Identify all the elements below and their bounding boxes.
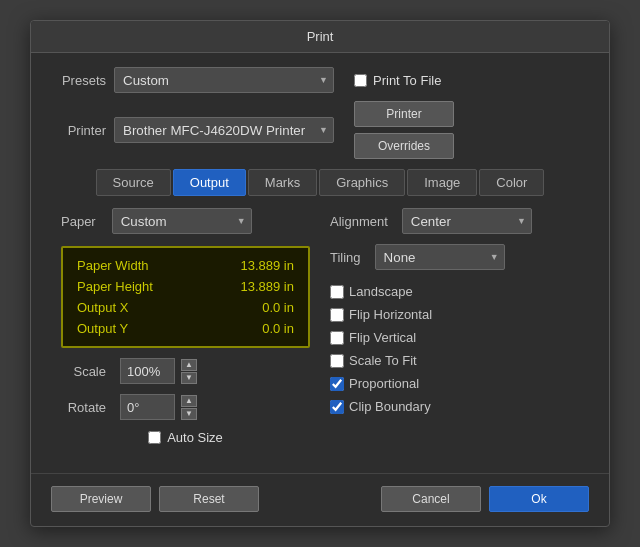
paper-height-label: Paper Height [77, 279, 153, 294]
scale-row: Scale ▲ ▼ [61, 358, 310, 384]
tab-color[interactable]: Color [479, 169, 544, 196]
tab-output[interactable]: Output [173, 169, 246, 196]
clip-boundary-checkbox[interactable] [330, 400, 344, 414]
paper-width-label: Paper Width [77, 258, 149, 273]
alignment-select[interactable]: Center [402, 208, 532, 234]
rotate-spinners: ▲ ▼ [181, 395, 197, 420]
print-to-file-checkbox[interactable] [354, 74, 367, 87]
proportional-label: Proportional [349, 376, 419, 391]
scale-to-fit-label: Scale To Fit [349, 353, 417, 368]
printer-select[interactable]: Brother MFC-J4620DW Printer [114, 117, 334, 143]
flip-horizontal-checkbox[interactable] [330, 308, 344, 322]
paper-height-row: Paper Height 13.889 in [77, 279, 294, 294]
footer-right-buttons: Cancel Ok [381, 486, 589, 512]
presets-label: Presets [51, 73, 106, 88]
printer-button[interactable]: Printer [354, 101, 454, 127]
printer-select-wrapper: Brother MFC-J4620DW Printer [114, 117, 334, 143]
clip-boundary-label: Clip Boundary [349, 399, 431, 414]
auto-size-checkbox[interactable] [148, 431, 161, 444]
tiling-label: Tiling [330, 250, 361, 265]
footer: Preview Reset Cancel Ok [31, 473, 609, 526]
scale-to-fit-checkbox[interactable] [330, 354, 344, 368]
rotate-row: Rotate ▲ ▼ [61, 394, 310, 420]
proportional-checkbox[interactable] [330, 377, 344, 391]
scale-down-arrow[interactable]: ▼ [181, 372, 197, 384]
scale-to-fit-checkbox-row[interactable]: Scale To Fit [330, 353, 579, 368]
printer-row: Printer Brother MFC-J4620DW Printer Prin… [51, 101, 589, 159]
alignment-label: Alignment [330, 214, 388, 229]
flip-horizontal-checkbox-row[interactable]: Flip Horizontal [330, 307, 579, 322]
presets-row: Presets Custom Print To File [51, 67, 589, 93]
main-area: Paper Custom Paper Width 13.889 in Paper [51, 208, 589, 445]
output-y-label: Output Y [77, 321, 128, 336]
landscape-label: Landscape [349, 284, 413, 299]
right-column: Alignment Center Tiling None [330, 208, 579, 445]
paper-select[interactable]: Custom [112, 208, 252, 234]
landscape-checkbox[interactable] [330, 285, 344, 299]
tiling-row: Tiling None [330, 244, 579, 270]
cancel-button[interactable]: Cancel [381, 486, 481, 512]
output-y-value: 0.0 in [262, 321, 294, 336]
tab-marks[interactable]: Marks [248, 169, 317, 196]
presets-select[interactable]: Custom [114, 67, 334, 93]
scale-input[interactable] [120, 358, 175, 384]
output-x-row: Output X 0.0 in [77, 300, 294, 315]
flip-horizontal-label: Flip Horizontal [349, 307, 432, 322]
scale-label: Scale [61, 364, 106, 379]
alignment-select-wrapper: Center [402, 208, 532, 234]
overrides-button[interactable]: Overrides [354, 133, 454, 159]
printer-label: Printer [51, 123, 106, 138]
output-x-label: Output X [77, 300, 128, 315]
ok-button[interactable]: Ok [489, 486, 589, 512]
paper-info-box: Paper Width 13.889 in Paper Height 13.88… [61, 246, 310, 348]
alignment-row: Alignment Center [330, 208, 579, 234]
landscape-checkbox-row[interactable]: Landscape [330, 284, 579, 299]
tiling-select[interactable]: None [375, 244, 505, 270]
proportional-checkbox-row[interactable]: Proportional [330, 376, 579, 391]
print-to-file-label: Print To File [373, 73, 441, 88]
printer-buttons: Printer Overrides [354, 101, 454, 159]
rotate-down-arrow[interactable]: ▼ [181, 408, 197, 420]
flip-vertical-checkbox-row[interactable]: Flip Vertical [330, 330, 579, 345]
rotate-up-arrow[interactable]: ▲ [181, 395, 197, 407]
checkboxes-column: Landscape Flip Horizontal Flip Vertical … [330, 284, 579, 414]
scale-spinners: ▲ ▼ [181, 359, 197, 384]
clip-boundary-checkbox-row[interactable]: Clip Boundary [330, 399, 579, 414]
dialog-title: Print [31, 21, 609, 53]
print-dialog: Print Presets Custom Print To File Print… [30, 20, 610, 527]
tab-image[interactable]: Image [407, 169, 477, 196]
flip-vertical-label: Flip Vertical [349, 330, 416, 345]
paper-width-row: Paper Width 13.889 in [77, 258, 294, 273]
output-y-row: Output Y 0.0 in [77, 321, 294, 336]
preview-button[interactable]: Preview [51, 486, 151, 512]
rotate-label: Rotate [61, 400, 106, 415]
tabs-container: Source Output Marks Graphics Image Color [51, 169, 589, 196]
paper-select-wrapper: Custom [112, 208, 252, 234]
tab-graphics[interactable]: Graphics [319, 169, 405, 196]
flip-vertical-checkbox[interactable] [330, 331, 344, 345]
paper-row: Paper Custom [61, 208, 310, 234]
scale-up-arrow[interactable]: ▲ [181, 359, 197, 371]
footer-left-buttons: Preview Reset [51, 486, 259, 512]
rotate-input[interactable] [120, 394, 175, 420]
left-column: Paper Custom Paper Width 13.889 in Paper [61, 208, 310, 445]
auto-size-label: Auto Size [167, 430, 223, 445]
paper-label: Paper [61, 214, 96, 229]
reset-button[interactable]: Reset [159, 486, 259, 512]
tiling-select-wrapper: None [375, 244, 505, 270]
presets-select-wrapper: Custom [114, 67, 334, 93]
output-x-value: 0.0 in [262, 300, 294, 315]
print-to-file-row: Print To File [354, 73, 441, 88]
paper-height-value: 13.889 in [241, 279, 295, 294]
tab-source[interactable]: Source [96, 169, 171, 196]
auto-size-row: Auto Size [61, 430, 310, 445]
paper-width-value: 13.889 in [241, 258, 295, 273]
